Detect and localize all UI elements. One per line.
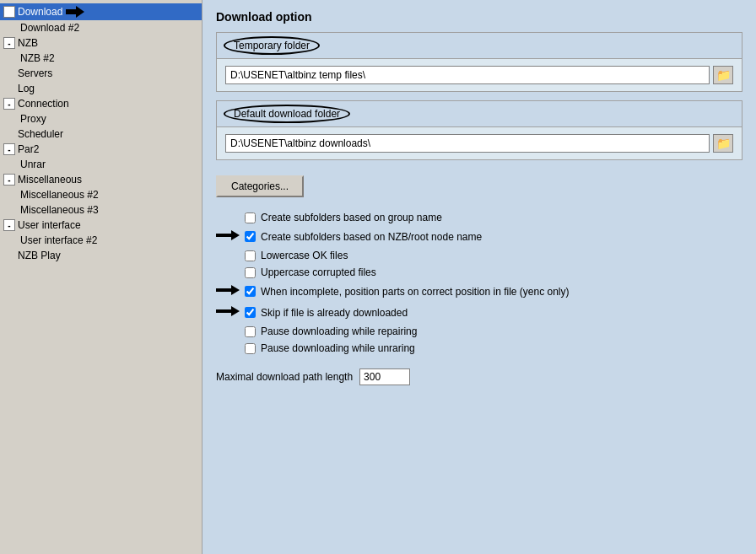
arrow-icon-cb2 (216, 229, 240, 245)
svg-marker-1 (216, 230, 240, 240)
sidebar-label-par2: Par2 (18, 143, 39, 155)
expander-par2[interactable]: - (3, 143, 15, 155)
sidebar-label-userinterface2: User interface #2 (20, 234, 97, 246)
checkbox-label-cb6: Skip if file is already downloaded (261, 307, 408, 319)
checkbox-row-cb8: Pause downloading while unraring (216, 340, 742, 357)
checkbox-label-cb4: Uppercase corrupted files (261, 266, 376, 278)
default-folder-body: 📁 (217, 127, 742, 159)
checkbox-label-cb2: Create subfolders based on NZB/root node… (261, 231, 482, 243)
temp-folder-row: 📁 (225, 66, 733, 84)
checkbox-cb8[interactable] (245, 343, 256, 354)
sidebar-item-nzb[interactable]: -NZB (0, 35, 202, 51)
expander-nzb[interactable]: - (3, 37, 15, 49)
sidebar-item-proxy[interactable]: Proxy (0, 111, 202, 126)
checkbox-row-cb2: Create subfolders based on NZB/root node… (216, 226, 742, 247)
sidebar-label-miscellaneous: Miscellaneous (18, 174, 82, 186)
expander-connection[interactable]: - (3, 98, 15, 110)
default-folder-row: 📁 (225, 134, 733, 153)
sidebar-item-miscellaneous[interactable]: -Miscellaneous (0, 172, 202, 187)
sidebar-label-misc3: Miscellaneous #3 (20, 204, 99, 216)
sidebar-item-log[interactable]: Log (0, 81, 202, 96)
sidebar-label-download2: Download #2 (20, 22, 79, 34)
checkbox-row-cb3: Lowercase OK files (216, 247, 742, 264)
max-path-input[interactable] (359, 368, 410, 385)
checkbox-cb4[interactable] (245, 267, 256, 278)
max-path-row: Maximal download path length (216, 368, 742, 385)
sidebar-label-log: Log (18, 83, 35, 94)
temp-folder-header: Temporary folder (217, 33, 742, 59)
default-folder-label: Default download folder (224, 105, 350, 123)
temp-folder-section: Temporary folder 📁 (216, 32, 742, 92)
sidebar-item-userinterface2[interactable]: User interface #2 (0, 233, 202, 248)
sidebar-item-userinterface[interactable]: -User interface (0, 218, 202, 233)
expander-userinterface[interactable]: - (3, 219, 15, 231)
sidebar-item-misc2[interactable]: Miscellaneous #2 (0, 187, 202, 202)
main-content: Download option Temporary folder 📁 Defau… (202, 0, 756, 554)
sidebar-item-servers[interactable]: Servers (0, 66, 202, 81)
expander-miscellaneous[interactable]: - (3, 174, 15, 186)
sidebar-label-nzb2: NZB #2 (20, 52, 55, 64)
svg-marker-2 (216, 285, 240, 295)
temp-folder-label: Temporary folder (224, 36, 320, 55)
download-arrow-icon (62, 5, 84, 19)
sidebar-label-scheduler: Scheduler (18, 128, 63, 140)
sidebar-item-par2[interactable]: -Par2 (0, 142, 202, 157)
sidebar-item-misc3[interactable]: Miscellaneous #3 (0, 202, 202, 218)
sidebar-item-download[interactable]: -Download (0, 3, 202, 20)
default-folder-input[interactable] (225, 134, 710, 153)
checkbox-label-cb1: Create subfolders based on group name (261, 212, 442, 223)
svg-marker-0 (66, 6, 84, 18)
checkbox-row-cb4: Uppercase corrupted files (216, 264, 742, 281)
checkbox-label-cb5: When incomplete, position parts on corre… (261, 286, 570, 298)
checkbox-cb3[interactable] (245, 250, 256, 261)
sidebar-item-connection[interactable]: -Connection (0, 96, 202, 111)
default-folder-browse-button[interactable]: 📁 (713, 134, 733, 153)
checkbox-row-cb7: Pause downloading while repairing (216, 323, 742, 340)
checkbox-label-cb7: Pause downloading while repairing (261, 325, 417, 337)
temp-folder-input[interactable] (225, 66, 710, 84)
sidebar-item-unrar[interactable]: Unrar (0, 157, 202, 172)
sidebar-label-proxy: Proxy (20, 113, 46, 125)
page-title: Download option (216, 10, 742, 24)
svg-marker-3 (216, 306, 240, 316)
checkbox-label-cb3: Lowercase OK files (261, 250, 348, 261)
arrow-icon-cb6 (216, 304, 240, 320)
sidebar-item-scheduler[interactable]: Scheduler (0, 126, 202, 142)
checkbox-cb6[interactable] (245, 307, 256, 318)
sidebar: -Download Download #2-NZBNZB #2ServersLo… (0, 0, 202, 554)
temp-folder-body: 📁 (217, 59, 742, 91)
sidebar-label-misc2: Miscellaneous #2 (20, 189, 99, 201)
sidebar-label-nzbplay: NZB Play (18, 250, 61, 261)
sidebar-label-unrar: Unrar (20, 159, 46, 170)
arrow-icon-cb5 (216, 283, 240, 299)
checkboxes-section: Create subfolders based on group name Cr… (216, 206, 742, 360)
checkbox-cb1[interactable] (245, 212, 256, 223)
checkbox-cb7[interactable] (245, 326, 256, 337)
default-folder-header: Default download folder (217, 101, 742, 127)
sidebar-item-download2[interactable]: Download #2 (0, 20, 202, 35)
checkbox-cb5[interactable] (245, 286, 256, 297)
sidebar-label-servers: Servers (18, 67, 52, 79)
checkbox-row-cb5: When incomplete, position parts on corre… (216, 281, 742, 302)
sidebar-label-userinterface: User interface (18, 219, 81, 231)
expander-download[interactable]: - (3, 6, 15, 18)
checkbox-label-cb8: Pause downloading while unraring (261, 342, 415, 354)
sidebar-label-connection: Connection (18, 98, 69, 110)
temp-folder-browse-button[interactable]: 📁 (713, 66, 733, 84)
categories-button[interactable]: Categories... (216, 175, 304, 197)
checkbox-cb2[interactable] (245, 231, 256, 242)
sidebar-item-nzbplay[interactable]: NZB Play (0, 248, 202, 263)
checkbox-row-cb1: Create subfolders based on group name (216, 209, 742, 226)
max-path-label: Maximal download path length (216, 371, 353, 383)
sidebar-item-nzb2[interactable]: NZB #2 (0, 51, 202, 66)
sidebar-label-download: Download (18, 6, 62, 18)
default-folder-section: Default download folder 📁 (216, 100, 742, 160)
sidebar-label-nzb: NZB (18, 37, 38, 49)
checkbox-row-cb6: Skip if file is already downloaded (216, 302, 742, 323)
